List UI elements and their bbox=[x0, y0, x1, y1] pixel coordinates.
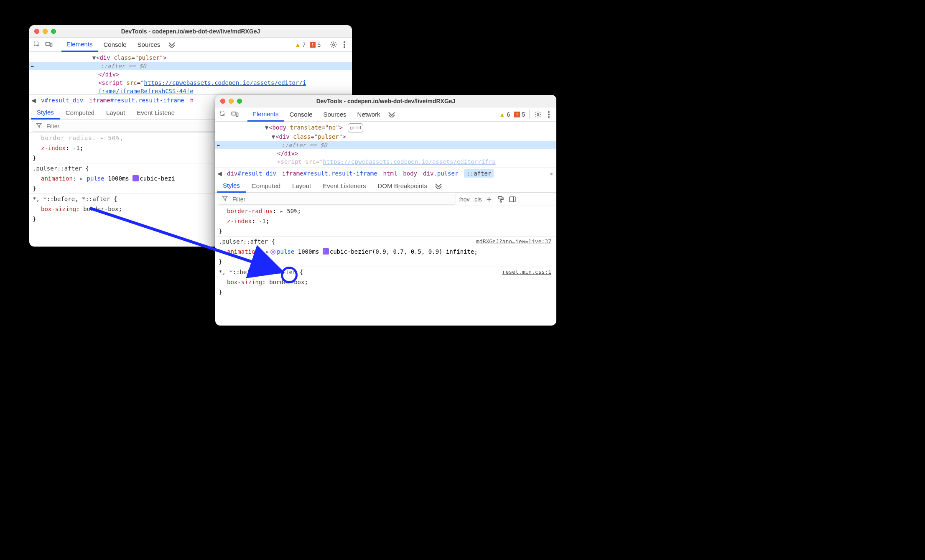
warnings-count[interactable]: ▲ 7 bbox=[293, 41, 308, 48]
dom-tree[interactable]: ▼<body translate="no"> grid ▼<div class=… bbox=[215, 122, 556, 168]
crumb-item[interactable]: v#result_div bbox=[41, 97, 83, 104]
prop-animation[interactable]: animation bbox=[227, 248, 259, 255]
anim-duration[interactable]: 1000ms bbox=[298, 248, 319, 255]
filter-input[interactable] bbox=[232, 196, 452, 203]
bezier-fn[interactable]: cubic-bezier(0.9, 0.7, 0.5, 0.9) infinit… bbox=[330, 248, 474, 255]
inspect-icon[interactable] bbox=[33, 40, 42, 49]
hov-toggle[interactable]: :hov bbox=[459, 196, 469, 203]
cls-toggle[interactable]: .cls bbox=[473, 196, 482, 203]
inspect-icon[interactable] bbox=[219, 110, 228, 119]
source-link[interactable]: reset.min.css:1 bbox=[502, 268, 553, 276]
crumb-left-icon[interactable]: ◀ bbox=[215, 170, 224, 177]
pseudo-after[interactable]: ::after bbox=[281, 142, 306, 148]
selector[interactable]: .pulser::after bbox=[219, 238, 268, 245]
selector[interactable]: *, *::before, *::after bbox=[33, 196, 110, 202]
anim-name[interactable]: pulse bbox=[277, 248, 294, 255]
script-src-link-2[interactable]: frame/iframeRefreshCSS-44fe bbox=[98, 88, 194, 94]
kebab-icon[interactable] bbox=[544, 111, 554, 118]
tab-elements[interactable]: Elements bbox=[247, 108, 284, 122]
dom-tree[interactable]: ▼<div class="pulser"> ⋯ ::after == $0 </… bbox=[29, 52, 352, 94]
subtab-listeners[interactable]: Event Listene bbox=[131, 106, 181, 119]
animation-inspector-icon[interactable] bbox=[269, 248, 277, 256]
kebab-icon[interactable] bbox=[339, 41, 349, 48]
tab-sources[interactable]: Sources bbox=[319, 107, 352, 121]
separator bbox=[244, 110, 244, 119]
device-icon[interactable] bbox=[44, 40, 54, 49]
zoom-dot[interactable] bbox=[51, 29, 56, 34]
subtab-computed[interactable]: Computed bbox=[246, 179, 286, 192]
crumb-left-icon[interactable]: ◀ bbox=[29, 97, 38, 104]
minimize-dot[interactable] bbox=[229, 99, 234, 104]
subtab-listeners[interactable]: Event Listeners bbox=[317, 179, 372, 192]
source-link[interactable]: mdRXGeJ?ano…iew=live:37 bbox=[476, 237, 553, 246]
more-dots-icon[interactable]: ⋯ bbox=[31, 62, 34, 70]
svg-point-10 bbox=[537, 113, 539, 115]
settings-icon[interactable] bbox=[533, 111, 543, 118]
selector[interactable]: .pulser::after bbox=[33, 165, 82, 172]
new-rule-icon[interactable] bbox=[485, 195, 493, 204]
crumb-item[interactable]: div.pulser bbox=[423, 170, 458, 177]
bezier-icon[interactable] bbox=[323, 248, 329, 255]
separator bbox=[529, 110, 530, 119]
svg-rect-8 bbox=[232, 112, 236, 115]
errors-count[interactable]: ! 5 bbox=[512, 111, 527, 118]
device-icon[interactable] bbox=[230, 110, 240, 119]
prop-animation[interactable]: animation bbox=[41, 175, 73, 182]
subtab-styles[interactable]: Styles bbox=[31, 107, 60, 120]
subtab-dom-bp[interactable]: DOM Breakpoints bbox=[372, 179, 433, 192]
subtab-computed[interactable]: Computed bbox=[60, 106, 100, 119]
tab-console[interactable]: Console bbox=[99, 38, 132, 51]
tab-network[interactable]: Network bbox=[352, 107, 385, 121]
tab-sources[interactable]: Sources bbox=[133, 38, 166, 51]
filter-input-wrap[interactable] bbox=[218, 194, 456, 205]
settings-icon[interactable] bbox=[329, 41, 339, 48]
crumb-item[interactable]: iframe#result.result-iframe bbox=[89, 97, 184, 104]
bezier-icon[interactable] bbox=[133, 175, 139, 181]
pseudo-after[interactable]: ::after bbox=[100, 63, 125, 69]
tab-elements[interactable]: Elements bbox=[61, 38, 98, 52]
separator bbox=[58, 40, 58, 49]
subtab-layout[interactable]: Layout bbox=[286, 179, 317, 192]
warnings-number: 7 bbox=[302, 41, 306, 48]
crumb-item[interactable]: html bbox=[383, 170, 398, 177]
crumb-right-icon[interactable]: ▸ bbox=[547, 170, 556, 177]
crumb-item[interactable]: h bbox=[190, 97, 194, 104]
error-icon: ! bbox=[514, 112, 520, 117]
tabs-overflow[interactable] bbox=[386, 112, 397, 117]
div-close[interactable]: </div> bbox=[277, 150, 298, 157]
subtabs-overflow[interactable] bbox=[433, 183, 444, 189]
crumb-item[interactable]: body bbox=[403, 170, 417, 177]
styles-panel[interactable]: border-radius: ▸ 50%; z-index: -1; } mdR… bbox=[215, 206, 556, 297]
subtab-styles[interactable]: Styles bbox=[217, 180, 246, 193]
paint-icon[interactable] bbox=[497, 195, 505, 204]
bezier-fn-trunc[interactable]: cubic-bezi bbox=[140, 175, 175, 182]
anim-name[interactable]: pulse bbox=[87, 175, 104, 182]
script-src-link[interactable]: https://cpwebassets.codepen.io/assets/ed… bbox=[144, 79, 306, 86]
warning-icon: ▲ bbox=[499, 111, 505, 118]
div-close[interactable]: </div> bbox=[98, 71, 120, 78]
crumb-item-active[interactable]: ::after bbox=[464, 169, 494, 178]
titlebar[interactable]: DevTools - codepen.io/web-dot-dev/live/m… bbox=[29, 25, 352, 38]
warnings-count[interactable]: ▲ 6 bbox=[498, 111, 512, 118]
more-dots-icon[interactable]: ⋯ bbox=[217, 141, 220, 149]
titlebar[interactable]: DevTools - codepen.io/web-dot-dev/live/m… bbox=[215, 95, 556, 107]
anim-duration[interactable]: 1000ms bbox=[108, 175, 129, 182]
main-toolbar: Elements Console Sources Network ▲ 6 ! 5 bbox=[215, 107, 556, 122]
svg-point-19 bbox=[272, 251, 274, 253]
minimize-dot[interactable] bbox=[43, 29, 48, 34]
errors-number: 5 bbox=[317, 41, 321, 48]
zoom-dot[interactable] bbox=[237, 99, 242, 104]
svg-rect-2 bbox=[50, 43, 52, 47]
tabs-overflow[interactable] bbox=[166, 42, 177, 48]
subtab-layout[interactable]: Layout bbox=[100, 106, 131, 119]
crumb-item[interactable]: div#result_div bbox=[227, 170, 276, 177]
panel-layout-icon[interactable] bbox=[508, 195, 517, 204]
close-dot[interactable] bbox=[220, 99, 225, 104]
grid-badge[interactable]: grid bbox=[348, 123, 363, 132]
script-src-link[interactable]: https://cpwebassets.codepen.io/assets/ed… bbox=[323, 158, 496, 165]
errors-count[interactable]: ! 5 bbox=[308, 41, 322, 48]
close-dot[interactable] bbox=[34, 29, 39, 34]
tab-console[interactable]: Console bbox=[285, 107, 318, 121]
traffic-lights bbox=[34, 29, 56, 34]
crumb-item[interactable]: iframe#result.result-iframe bbox=[282, 170, 377, 177]
